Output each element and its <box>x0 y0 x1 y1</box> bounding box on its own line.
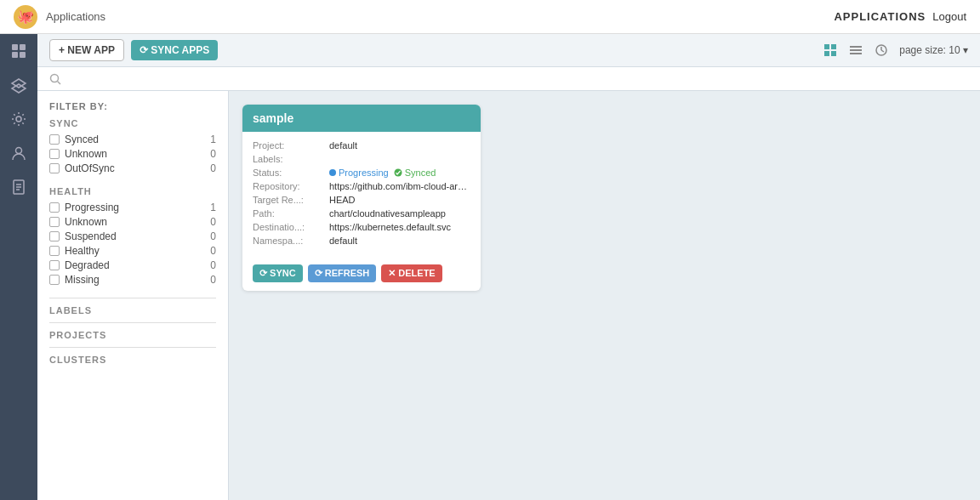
apps-icon <box>10 43 27 60</box>
card-refresh-button[interactable]: ⟳ REFRESH <box>308 264 377 282</box>
unknown-sync-label: Unknown <box>65 148 107 160</box>
app-card-body: Project: default Labels: Status: <box>242 132 481 258</box>
docs-icon <box>10 179 27 196</box>
filter-row-suspended: Suspended 0 <box>49 230 216 242</box>
degraded-label: Degraded <box>65 259 110 271</box>
status-values: Progressing Synced <box>329 168 436 178</box>
suspended-label: Suspended <box>65 230 117 242</box>
filter-row-synced: Synced 1 <box>49 134 216 145</box>
svg-rect-16 <box>850 46 862 48</box>
filter-row-degraded: Degraded 0 <box>49 259 216 271</box>
list-icon <box>849 43 863 57</box>
labels-row: Labels: <box>253 154 470 164</box>
nav-docs[interactable] <box>0 170 37 204</box>
svg-rect-2 <box>12 52 18 58</box>
main: FILTER BY: SYNC Synced 1 Unknown <box>37 91 980 500</box>
project-value: default <box>329 140 470 151</box>
destination-value: https://kubernetes.default.svc <box>329 222 470 232</box>
healthy-label: Healthy <box>65 245 100 257</box>
svg-marker-4 <box>12 79 26 88</box>
namespace-label: Namespa...: <box>253 236 329 246</box>
list-view-button[interactable] <box>845 39 867 61</box>
projects-divider <box>49 322 216 323</box>
svg-rect-14 <box>824 51 829 56</box>
user-icon <box>10 145 27 162</box>
filter-row-unknown-health: Unknown 0 <box>49 216 216 228</box>
progressing-dot <box>329 169 336 176</box>
logout-button[interactable]: Logout <box>932 10 966 23</box>
unknown-health-checkbox[interactable] <box>49 217 60 227</box>
nav-apps[interactable] <box>0 34 37 68</box>
health-filter-section: HEALTH Progressing 1 Unknown 0 <box>49 186 216 286</box>
new-app-button[interactable]: + NEW APP <box>49 39 124 61</box>
degraded-count: 0 <box>210 259 216 271</box>
toolbar-right: page size: 10 ▾ <box>819 39 968 61</box>
missing-checkbox[interactable] <box>49 275 60 285</box>
app-card-header: sample <box>242 105 481 132</box>
clusters-divider <box>49 347 216 348</box>
svg-rect-15 <box>831 51 836 56</box>
grid-icon <box>823 43 837 57</box>
synced-label: Synced <box>65 134 99 145</box>
progressing-label: Progressing <box>65 202 119 213</box>
outofsync-label: OutOfSync <box>65 162 115 174</box>
svg-rect-3 <box>20 52 26 58</box>
suspended-checkbox[interactable] <box>49 231 60 241</box>
grid-view-button[interactable] <box>819 39 841 61</box>
topbar: 🐙 Applications APPLICATIONS Logout <box>0 0 980 34</box>
breadcrumb: Applications <box>46 10 105 23</box>
healthy-count: 0 <box>210 245 216 257</box>
outofsync-checkbox[interactable] <box>49 163 60 173</box>
path-row: Path: chart/cloudnativesampleapp <box>253 208 470 219</box>
labels-value <box>329 154 470 164</box>
sync-apps-button[interactable]: ⟳ SYNC APPS <box>131 40 218 60</box>
status-label: Status: <box>253 168 329 178</box>
card-delete-button[interactable]: ✕ DELETE <box>381 264 442 282</box>
app-label: APPLICATIONS <box>834 10 926 23</box>
healthy-checkbox[interactable] <box>49 246 60 256</box>
outofsync-count: 0 <box>210 162 216 174</box>
cards-area: sample Project: default Labels: Status: <box>229 91 980 500</box>
filter-row-outofsync: OutOfSync 0 <box>49 162 216 174</box>
card-sync-button[interactable]: ⟳ SYNC <box>253 264 303 282</box>
svg-rect-12 <box>824 44 829 49</box>
sync-label: SYNC <box>49 118 216 128</box>
view-icons <box>819 39 892 61</box>
synced-count: 1 <box>210 134 216 145</box>
labels-label-key: Labels: <box>253 154 329 164</box>
svg-rect-13 <box>831 44 836 49</box>
svg-marker-5 <box>12 84 26 93</box>
synced-checkbox[interactable] <box>49 134 60 145</box>
toolbar: + NEW APP ⟳ SYNC APPS <box>37 34 980 67</box>
nav-settings[interactable] <box>0 102 37 136</box>
svg-line-21 <box>881 50 884 52</box>
repository-row: Repository: https://github.com/ibm-cloud… <box>253 181 470 191</box>
nav-layers[interactable] <box>0 68 37 102</box>
svg-point-22 <box>51 74 59 82</box>
projects-label: PROJECTS <box>49 330 216 340</box>
unknown-health-label: Unknown <box>65 216 107 228</box>
clock-view-button[interactable] <box>870 39 892 61</box>
status-row: Status: Progressing <box>253 168 470 178</box>
repository-label: Repository: <box>253 181 329 191</box>
progressing-count: 1 <box>210 202 216 213</box>
labels-label: LABELS <box>49 305 216 315</box>
project-row: Project: default <box>253 140 470 151</box>
filter-row-missing: Missing 0 <box>49 274 216 286</box>
destination-label: Destinatio...: <box>253 222 329 232</box>
svg-line-23 <box>58 81 61 84</box>
nav-user[interactable] <box>0 136 37 170</box>
target-revision-row: Target Re...: HEAD <box>253 195 470 205</box>
unknown-sync-checkbox[interactable] <box>49 149 60 159</box>
suspended-count: 0 <box>210 230 216 242</box>
unknown-health-count: 0 <box>210 216 216 228</box>
search-input[interactable] <box>66 72 968 85</box>
missing-count: 0 <box>210 274 216 286</box>
progressing-checkbox[interactable] <box>49 202 60 213</box>
health-label: HEALTH <box>49 186 216 196</box>
degraded-checkbox[interactable] <box>49 260 60 270</box>
svg-point-6 <box>16 116 21 122</box>
labels-divider <box>49 298 216 298</box>
status-synced: Synced <box>394 168 436 178</box>
svg-rect-18 <box>850 53 862 54</box>
